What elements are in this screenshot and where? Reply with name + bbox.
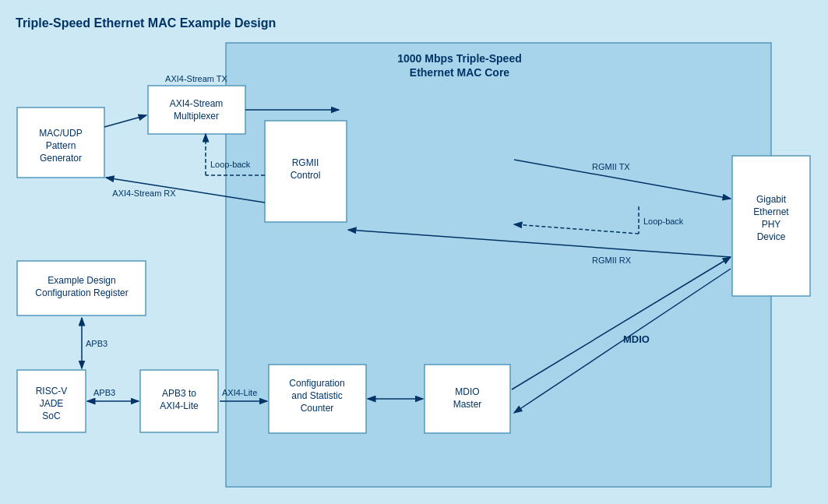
svg-text:Multiplexer: Multiplexer: [174, 111, 219, 122]
svg-text:JADE: JADE: [40, 398, 64, 409]
svg-rect-34: [148, 86, 245, 134]
svg-text:Ethernet MAC Core: Ethernet MAC Core: [410, 66, 510, 79]
svg-rect-30: [17, 107, 104, 178]
svg-text:Device: Device: [757, 231, 786, 242]
svg-text:RGMII RX: RGMII RX: [592, 256, 632, 265]
svg-line-81: [512, 257, 731, 389]
svg-rect-42: [17, 261, 146, 315]
svg-line-82: [514, 269, 731, 413]
svg-text:APB3: APB3: [93, 388, 115, 397]
svg-text:MDIO: MDIO: [623, 333, 650, 345]
svg-text:Gigabit: Gigabit: [756, 194, 787, 205]
svg-rect-39: [265, 121, 347, 222]
svg-text:PHY: PHY: [762, 219, 781, 230]
svg-text:AXI4-Stream TX: AXI4-Stream TX: [165, 74, 228, 83]
svg-text:Master: Master: [453, 399, 482, 410]
svg-text:APB3: APB3: [86, 339, 107, 348]
svg-text:RGMII: RGMII: [292, 157, 319, 168]
svg-text:AXI4-Lite: AXI4-Lite: [222, 388, 257, 397]
svg-text:RISC-V: RISC-V: [36, 386, 68, 397]
svg-text:and Statistic: and Statistic: [291, 390, 342, 401]
svg-text:RGMII TX: RGMII TX: [592, 162, 630, 171]
svg-rect-24: [226, 43, 771, 487]
svg-line-63: [106, 178, 265, 203]
svg-title: Triple-Speed Ethernet MAC Example Design: [16, 16, 276, 30]
svg-rect-49: [140, 370, 218, 432]
svg-text:Ethernet: Ethernet: [753, 206, 789, 217]
main-svg: Triple-Speed Ethernet MAC Example Design…: [0, 0, 828, 504]
svg-text:APB3 to: APB3 to: [162, 388, 196, 399]
svg-line-72: [348, 230, 731, 257]
svg-text:Loop-back: Loop-back: [643, 217, 684, 226]
svg-text:Generator: Generator: [40, 153, 82, 164]
svg-line-60: [104, 115, 146, 127]
svg-text:Control: Control: [291, 170, 321, 181]
svg-text:Loop-back: Loop-back: [210, 160, 251, 169]
svg-text:Example Design: Example Design: [48, 275, 115, 286]
svg-text:Configuration: Configuration: [289, 378, 344, 389]
svg-rect-25: [732, 156, 810, 296]
svg-text:MAC/UDP: MAC/UDP: [39, 128, 82, 139]
svg-rect-23: [0, 0, 828, 504]
svg-text:Configuration Register: Configuration Register: [35, 287, 128, 298]
svg-rect-56: [425, 365, 510, 433]
svg-text:AXI4-Stream RX: AXI4-Stream RX: [112, 189, 176, 198]
svg-text:AXI4-Lite: AXI4-Lite: [160, 400, 199, 411]
svg-text:SoC: SoC: [42, 411, 61, 421]
svg-rect-52: [269, 365, 366, 433]
svg-text:MDIO: MDIO: [455, 386, 479, 397]
svg-rect-45: [17, 370, 86, 432]
svg-line-67: [514, 160, 731, 199]
svg-text:Counter: Counter: [301, 403, 334, 414]
svg-text:Pattern: Pattern: [46, 140, 76, 151]
svg-text:1000 Mbps Triple-Speed: 1000 Mbps Triple-Speed: [397, 52, 522, 65]
svg-text:AXI4-Stream: AXI4-Stream: [170, 98, 224, 109]
svg-line-70: [514, 224, 639, 234]
